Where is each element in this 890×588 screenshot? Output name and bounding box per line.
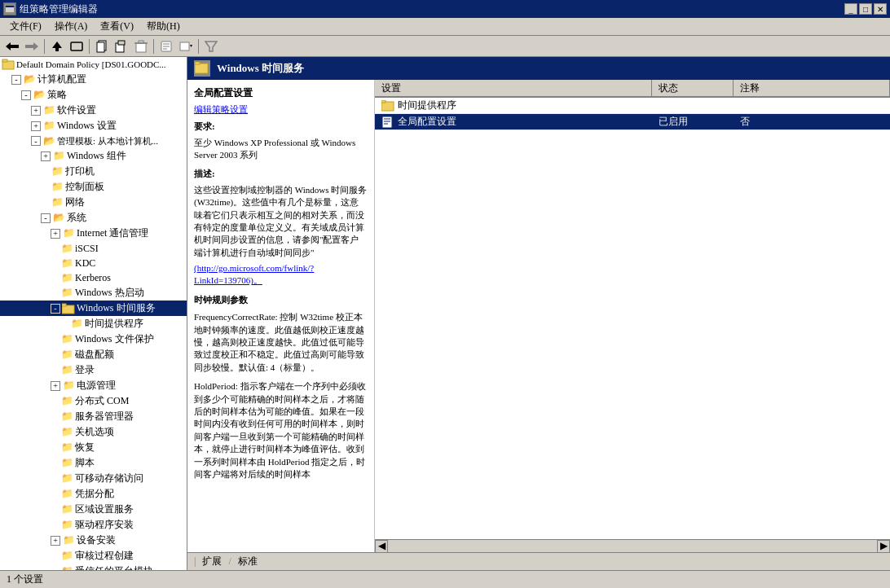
toggle-device[interactable]: + [51,536,60,546]
toggle-system[interactable]: - [41,213,51,223]
list-outer[interactable]: 时间提供程序 全局配置设置 已启用 [375,98,890,539]
tree-item-device[interactable]: + 设备安装 [0,533,187,548]
toggle-win-components[interactable]: + [41,151,51,161]
tree-item-printer[interactable]: 打印机 [0,164,187,179]
toggle-internet[interactable]: + [51,229,60,239]
col-header-note[interactable]: 注释 [734,80,890,96]
paste-button[interactable] [112,37,130,55]
folder-time-provider [70,318,83,331]
expand-bar: | 扩展 / 标准 [187,552,890,570]
tree-item-region[interactable]: 区域设置服务 [0,502,187,517]
toggle-admin[interactable]: - [31,136,41,146]
row-folder-icon [381,99,394,112]
cell-global-name: 全局配置设置 [375,113,652,130]
svg-rect-8 [55,48,59,51]
tree-item-software[interactable]: + 软件设置 [0,103,187,118]
panel-header-title: Windows 时间服务 [217,61,304,76]
close-button[interactable]: ✕ [874,3,887,15]
expand-link[interactable]: 扩展 [202,555,222,568]
folder-time-service [62,302,75,315]
tree-item-scripts[interactable]: 脚本 [0,455,187,471]
tree-item-network[interactable]: 网络 [0,195,187,210]
tree-item-windows-settings[interactable]: + Windows 设置 [0,118,187,134]
back-button[interactable] [3,37,21,55]
tree-item-dcom[interactable]: 分布式 COM [0,393,187,409]
folder-removable [60,472,73,485]
tree-item-control-panel[interactable]: 控制面板 [0,179,187,195]
tree-item-hotstart[interactable]: Windows 热启动 [0,285,187,301]
standard-link[interactable]: 标准 [238,555,258,568]
delete-button[interactable] [132,37,150,55]
menu-action[interactable]: 操作(A) [48,18,95,35]
desc-link[interactable]: (http://go.microsoft.com/fwlink/?LinkId=… [194,263,314,285]
tree-item-internet[interactable]: + Internet 通信管理 [0,226,187,241]
tree-root[interactable]: Default Domain Policy [DS01.GOODC... [0,57,187,72]
show-desktop-button[interactable] [68,37,86,55]
tree-item-time-provider[interactable]: 时间提供程序 [0,316,187,331]
tree-item-file-protect[interactable]: Windows 文件保护 [0,331,187,347]
tree-item-computer-config[interactable]: - 计算机配置 [0,72,187,87]
folder-audit [60,550,73,563]
tree-item-shutdown[interactable]: 关机选项 [0,424,187,440]
toggle-time-service[interactable]: - [51,304,60,314]
menu-view[interactable]: 查看(V) [94,18,140,35]
content-area: 全局配置设置 编辑策略设置 要求: 至少 Windows XP Professi… [187,80,890,552]
tree-item-kerberos[interactable]: Kerberos [0,270,187,285]
tree-item-removable[interactable]: 可移动存储访问 [0,471,187,486]
toggle-windows-settings[interactable]: + [31,121,41,131]
scroll-left-btn[interactable]: ◀ [375,540,388,553]
tree-item-logon[interactable]: 登录 [0,362,187,378]
svg-rect-32 [381,100,386,103]
h-scrollbar[interactable]: ◀ ▶ [375,539,890,552]
folder-region [60,503,73,516]
tree-item-iscsi[interactable]: iSCSI [0,241,187,256]
folder-network [51,196,64,209]
toggle-strategy[interactable]: - [21,90,31,100]
properties-button[interactable] [157,37,175,55]
tree-item-trusted[interactable]: 受信任的平台模块... [0,564,187,570]
description-pane: 全局配置设置 编辑策略设置 要求: 至少 Windows XP Professi… [187,80,375,552]
filter-button[interactable] [202,37,220,55]
scroll-right-btn[interactable]: ▶ [877,540,890,553]
col-header-setting[interactable]: 设置 [375,80,652,96]
tree-item-admin[interactable]: - 管理模板: 从本地计算机... [0,134,187,148]
tree-item-kdc[interactable]: KDC [0,256,187,270]
tree-item-time-service[interactable]: - Windows 时间服务 [0,301,187,316]
toggle-computer-config[interactable]: - [11,75,21,85]
forward-button[interactable] [23,37,41,55]
menu-file[interactable]: 文件(F) [3,18,48,35]
tree-item-system[interactable]: - 系统 [0,210,187,226]
status-text: 1 个设置 [7,573,43,586]
tree-item-driver[interactable]: 驱动程序安装 [0,517,187,533]
copy-button[interactable] [93,37,111,55]
list-row-folder[interactable]: 时间提供程序 [375,98,890,114]
maximize-button[interactable]: □ [859,3,872,15]
tree-item-server-mgr[interactable]: 服务器管理器 [0,409,187,424]
tree-item-recovery[interactable]: 恢复 [0,440,187,455]
toggle-power[interactable]: + [51,381,60,391]
tree-item-cred[interactable]: 凭据分配 [0,486,187,502]
minimize-button[interactable]: _ [844,3,857,15]
hold-period-text: HoldPeriod: 指示客户端在一个序列中必须收到多少个可能精确的时间样本之… [194,380,368,480]
col-header-status-label: 状态 [659,81,678,95]
view-dropdown-button[interactable] [177,37,195,55]
tree-item-strategy[interactable]: - 策略 [0,87,187,103]
svg-rect-10 [73,44,81,49]
toggle-software[interactable]: + [31,106,41,116]
svg-rect-33 [382,116,392,128]
svg-rect-29 [195,64,208,73]
list-row-global-config[interactable]: 全局配置设置 已启用 否 [375,114,890,130]
folder-file-protect [60,333,73,346]
svg-rect-31 [381,102,394,111]
menu-help[interactable]: 帮助(H) [140,18,187,35]
tree-item-win-components[interactable]: + Windows 组件 [0,148,187,164]
title-bar-buttons[interactable]: _ □ ✕ [844,3,887,15]
folder-server-mgr [60,410,73,423]
tree-item-power[interactable]: + 电源管理 [0,378,187,393]
edit-policy-link[interactable]: 编辑策略设置 [194,104,248,114]
col-header-status[interactable]: 状态 [652,80,734,96]
up-button[interactable] [48,37,66,55]
tree-item-disk-quota[interactable]: 磁盘配额 [0,347,187,362]
label-shutdown: 关机选项 [75,425,114,439]
tree-item-audit[interactable]: 审核过程创建 [0,548,187,564]
